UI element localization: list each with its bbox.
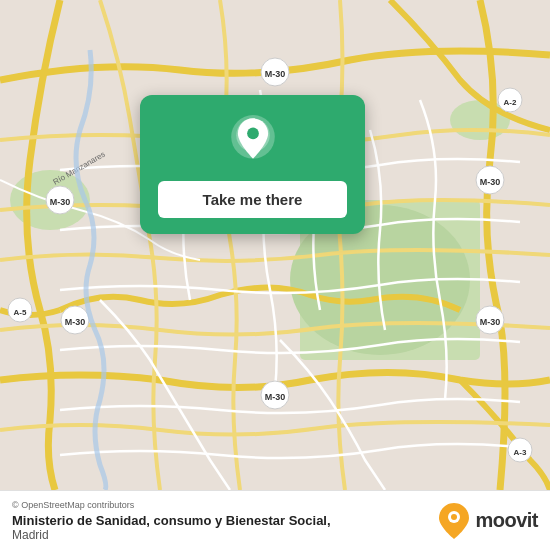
svg-text:A-5: A-5 xyxy=(14,308,27,317)
popup-card: Take me there xyxy=(140,95,365,234)
svg-text:M-30: M-30 xyxy=(265,69,286,79)
svg-text:M-30: M-30 xyxy=(65,317,86,327)
osm-attribution: © OpenStreetMap contributors xyxy=(12,500,439,510)
moovit-logo: moovit xyxy=(439,503,538,539)
svg-text:M-30: M-30 xyxy=(50,197,71,207)
svg-point-27 xyxy=(451,514,457,520)
location-name: Ministerio de Sanidad, consumo y Bienest… xyxy=(12,513,439,528)
svg-text:M-30: M-30 xyxy=(480,177,501,187)
location-pin-icon xyxy=(227,115,279,167)
location-city: Madrid xyxy=(12,528,439,542)
take-me-there-button[interactable]: Take me there xyxy=(158,181,347,218)
svg-text:M-30: M-30 xyxy=(480,317,501,327)
moovit-pin-icon xyxy=(439,503,469,539)
footer-text-area: © OpenStreetMap contributors Ministerio … xyxy=(12,500,439,542)
svg-text:M-30: M-30 xyxy=(265,392,286,402)
svg-text:A-2: A-2 xyxy=(504,98,517,107)
footer: © OpenStreetMap contributors Ministerio … xyxy=(0,490,550,550)
map-container: M-30 M-30 M-30 M-30 M-30 M-30 A-2 A-5 A-… xyxy=(0,0,550,490)
svg-point-25 xyxy=(247,128,259,140)
moovit-brand-text: moovit xyxy=(475,509,538,532)
roads-overlay: M-30 M-30 M-30 M-30 M-30 M-30 A-2 A-5 A-… xyxy=(0,0,550,490)
svg-text:A-3: A-3 xyxy=(514,448,527,457)
